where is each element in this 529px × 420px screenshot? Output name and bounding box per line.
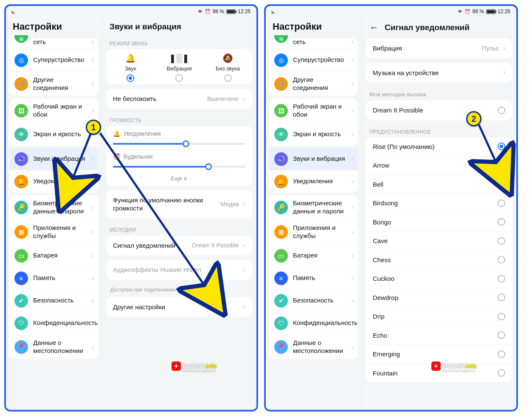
sidebar-item[interactable]: 👁Экран и яркость› xyxy=(269,123,358,146)
row-dnd[interactable]: Не беспокоить Выключено › xyxy=(106,89,252,109)
sidebar-item[interactable]: ≋сеть› xyxy=(269,38,358,49)
ringtone-option[interactable]: Dewdrop xyxy=(366,288,512,308)
sidebar-item-label: Рабочий экран и обои xyxy=(33,103,87,119)
row-vol-button-fn[interactable]: Функция по умолчанию кнопки громкости Ме… xyxy=(106,190,252,218)
radio[interactable] xyxy=(498,180,505,188)
back-button[interactable]: ← xyxy=(369,22,379,33)
ringtone-label: Rise (По умолчанию) xyxy=(373,143,493,151)
slider[interactable] xyxy=(113,140,245,148)
sound-mode-option[interactable]: 🔔Звук xyxy=(106,53,155,82)
row-huawei-histen[interactable]: Аудиоэффекты Huawei Histen › xyxy=(106,260,252,280)
ringtone-option[interactable]: Cave xyxy=(366,232,512,251)
ringtone-option[interactable]: Cuckoo xyxy=(366,269,512,288)
sidebar-item[interactable]: 🖼Рабочий экран и обои› xyxy=(9,98,98,123)
ringtone-option[interactable]: Rise (По умолчанию) xyxy=(366,137,512,157)
sidebar-item[interactable]: ≋сеть› xyxy=(9,38,98,49)
mode-icon: ❚░❚ xyxy=(169,53,189,63)
sidebar-item[interactable]: 🛡Конфиденциальность› xyxy=(269,312,358,335)
row-vibration[interactable]: Вибрация Пульс › xyxy=(366,38,512,59)
preset-list: Rise (По умолчанию)ArrowBellBirdsongBong… xyxy=(366,137,512,383)
chevron-right-icon: › xyxy=(352,178,354,185)
sidebar-item[interactable]: ≡Память› xyxy=(9,267,98,290)
chevron-right-icon: › xyxy=(92,107,94,115)
sidebar-item[interactable]: ✔Безопасность› xyxy=(269,290,358,312)
sidebar-item-label: Конфиденциальность xyxy=(33,319,98,327)
ringtone-option[interactable]: Drip xyxy=(366,307,512,326)
sidebar-item[interactable]: 🔗Другие соединения› xyxy=(269,72,358,96)
sidebar-title: Настройки xyxy=(266,17,361,36)
row-notification-sound[interactable]: Сигнал уведомлений Dream It Possible › xyxy=(106,235,252,256)
sidebar-item[interactable]: 🔔Уведомления› xyxy=(9,171,98,193)
sidebar-item[interactable]: 🔑Биометрические данные и пароли› xyxy=(269,195,358,220)
sidebar-item[interactable]: ▦Приложения и службы› xyxy=(269,220,358,245)
slider-icon: ⏰ xyxy=(113,153,120,160)
more-toggle[interactable]: Еще ∨ xyxy=(106,172,252,186)
radio[interactable] xyxy=(498,218,505,226)
sidebar-item[interactable]: ✔Безопасность› xyxy=(9,290,98,312)
sidebar-item[interactable]: ▭Батарея› xyxy=(9,245,98,267)
sidebar-item[interactable]: 👁Экран и яркость› xyxy=(9,123,98,146)
sidebar-icon: ▭ xyxy=(274,249,288,263)
ringtone-option[interactable]: Bongo xyxy=(366,213,512,232)
sidebar-icon: 🔔 xyxy=(274,175,288,188)
sidebar-item[interactable]: ▭Батарея› xyxy=(269,245,358,267)
wifi-icon xyxy=(12,8,15,14)
vibration-value: Пульс xyxy=(482,45,498,52)
sidebar-icon: ✔ xyxy=(14,294,28,308)
sidebar-item[interactable]: 📍Данные о местоположении› xyxy=(269,335,358,359)
ringtone-option[interactable]: Birdsong xyxy=(366,194,512,213)
chevron-right-icon: › xyxy=(92,252,94,260)
radio[interactable] xyxy=(175,74,183,82)
sidebar-item[interactable]: ◎Суперустройство› xyxy=(269,49,358,72)
sidebar-icon: 🔗 xyxy=(14,77,28,91)
sidebar-item-label: Данные о местоположении xyxy=(293,339,346,355)
radio[interactable] xyxy=(498,350,505,358)
radio[interactable] xyxy=(498,162,505,169)
radio[interactable] xyxy=(498,294,505,301)
radio[interactable] xyxy=(498,275,505,283)
ringtone-option[interactable]: Arrow xyxy=(366,156,512,175)
ringtone-option[interactable]: Chess xyxy=(366,251,512,270)
sidebar-icon: ✔ xyxy=(274,294,288,308)
radio[interactable] xyxy=(127,74,134,82)
chevron-right-icon: › xyxy=(352,38,354,46)
sidebar-item[interactable]: 🔊Звуки и вибрация› xyxy=(9,148,98,171)
radio[interactable] xyxy=(498,313,505,320)
sidebar-item[interactable]: 🔑Биометрические данные и пароли› xyxy=(9,195,98,220)
chevron-right-icon: › xyxy=(352,252,354,260)
row-other-settings[interactable]: Другие настройки › xyxy=(106,297,252,317)
sidebar-item[interactable]: ▦Приложения и службы› xyxy=(9,220,98,245)
sidebar-item[interactable]: 🔊Звуки и вибрация› xyxy=(269,148,358,171)
ringtone-option[interactable]: Echo xyxy=(366,326,512,345)
sound-mode-option[interactable]: 🔕Без звука xyxy=(203,53,252,82)
sidebar-item[interactable]: 🖼Рабочий экран и обои› xyxy=(269,98,358,123)
row-device-music[interactable]: Музыка на устройстве › xyxy=(366,63,512,83)
ringtone-option[interactable]: Bell xyxy=(366,175,512,194)
chevron-right-icon: › xyxy=(92,274,94,282)
sidebar-item[interactable]: ◎Суперустройство› xyxy=(9,49,98,72)
radio[interactable] xyxy=(498,237,505,245)
radio[interactable] xyxy=(498,331,505,339)
ringtone-label: Cave xyxy=(373,237,493,245)
sidebar-item[interactable]: 🛡Конфиденциальность› xyxy=(9,312,98,335)
sidebar-item-label: Приложения и службы xyxy=(33,224,87,240)
sidebar-item[interactable]: ≡Память› xyxy=(269,267,358,290)
radio[interactable] xyxy=(498,369,505,377)
marker-1: 1 xyxy=(86,120,101,135)
slider[interactable] xyxy=(113,162,245,171)
sidebar-item[interactable]: 📍Данные о местоположении› xyxy=(9,335,98,359)
ringtone-option[interactable]: Emerging xyxy=(366,345,512,364)
chevron-right-icon: › xyxy=(352,228,354,236)
radio[interactable] xyxy=(498,143,505,150)
chevron-right-icon: › xyxy=(352,107,354,115)
radio-unselected[interactable] xyxy=(498,106,505,114)
row-dream-possible[interactable]: Dream It Possible xyxy=(366,100,512,120)
radio[interactable] xyxy=(498,199,505,207)
notif-signal-label: Сигнал уведомлений xyxy=(113,241,188,250)
radio[interactable] xyxy=(224,74,232,82)
sidebar-item[interactable]: 🔗Другие соединения› xyxy=(9,72,98,96)
radio[interactable] xyxy=(498,256,505,263)
sidebar-icon: 📍 xyxy=(274,340,288,354)
sound-mode-option[interactable]: ❚░❚Вибрация xyxy=(155,53,204,82)
sidebar-item[interactable]: 🔔Уведомления› xyxy=(269,171,358,193)
